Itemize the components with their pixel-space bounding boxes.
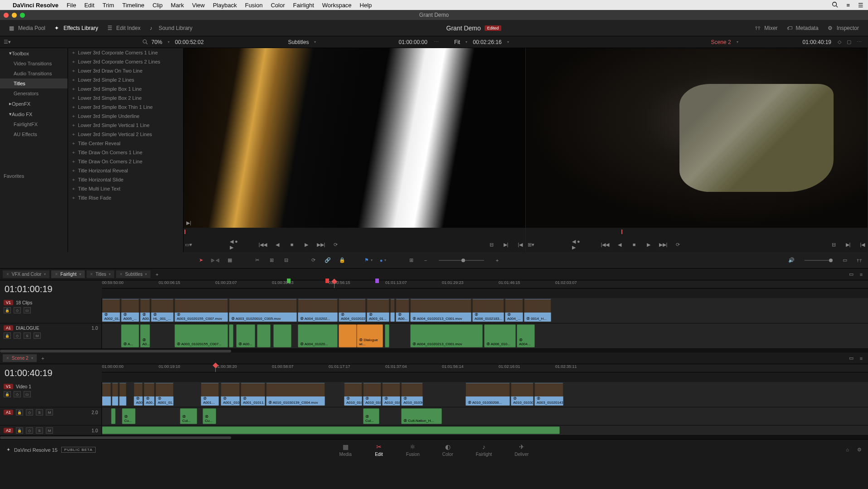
edit-index-button[interactable]: ☰Edit Index (103, 23, 145, 33)
effect-item[interactable]: ✦Lower 3rd Simple Vertical 1 Line (68, 121, 183, 130)
track-lv1-view-icon[interactable]: ▭ (24, 391, 31, 397)
program-play-icon[interactable]: ▶ (644, 240, 654, 249)
source-overwrite-icon[interactable]: ▶| (501, 240, 511, 249)
track-la1-mute-icon[interactable]: M (46, 409, 53, 416)
scrollbar-upper[interactable] (0, 350, 231, 352)
timeline-clip[interactable]: ⦿ 0014_H... (524, 299, 551, 322)
program-prev-edit-icon[interactable]: |◀ (858, 240, 868, 249)
close-window-icon[interactable] (4, 13, 9, 18)
track-la1-solo-icon[interactable]: S (36, 409, 43, 416)
track-la1-lock-icon[interactable]: 🔒 (16, 409, 23, 416)
source-zoom-caret[interactable]: ▾ (166, 40, 171, 44)
source-canvas[interactable]: ▶| (184, 48, 525, 228)
page-fusion[interactable]: ⚛Fusion (406, 443, 420, 457)
sidebar-audio-transitions[interactable]: Audio Transitions (0, 68, 68, 78)
timeline-clip[interactable] (119, 383, 126, 406)
timeline-clip[interactable]: ⦿ Dialogue wi... (357, 324, 383, 347)
single-viewer-icon[interactable]: ▢ (844, 39, 854, 45)
track-lv1-lock-icon[interactable]: 🔒 (4, 391, 11, 397)
effect-item[interactable]: ✦Title Draw On Corners 1 Line (68, 148, 183, 157)
add-tab-lower-icon[interactable]: + (39, 356, 48, 361)
minimize-window-icon[interactable] (12, 13, 17, 18)
search-icon[interactable] (832, 1, 838, 9)
timeline-clip[interactable]: ⦿ A00... (236, 324, 255, 347)
timeline-clip[interactable]: ⦿ Cu... (203, 408, 216, 424)
timeline-clip[interactable]: ⦿ A003_01020155_C007... (175, 324, 228, 347)
tab-titles[interactable]: ×Titles▾ (87, 270, 114, 278)
selection-tool-icon[interactable]: ➤ (197, 256, 205, 264)
menu-playback[interactable]: Playback (213, 2, 237, 9)
track-lock-a1-icon[interactable]: 🔒 (4, 333, 11, 339)
effect-item[interactable]: ✦Title Center Reveal (68, 139, 183, 148)
program-next-edit-icon[interactable]: ▶| (843, 240, 853, 249)
timeline-clip[interactable]: ⦿ A0... (140, 324, 150, 347)
timeline-clip[interactable]: ⦿ A004_01020213_C001.mov (410, 299, 471, 322)
timeline-clip[interactable]: ⦿ A010_01030208... (466, 383, 510, 406)
marker-purple[interactable] (375, 279, 379, 283)
list-view-icon[interactable]: ☰▾ (4, 39, 11, 45)
timeline-clip[interactable] (257, 324, 271, 347)
timeline-clip[interactable]: ⦿ A004_01020... (298, 324, 338, 347)
timeline-clip[interactable]: ⦿ A00... (396, 299, 409, 322)
effects-library-button[interactable]: ✦Effects Library (50, 23, 102, 33)
effect-item[interactable]: ✦Lower 3rd Simple Box Thin 1 Line (68, 103, 183, 112)
timeline-clip[interactable]: ⦿ A001_0101... (221, 383, 240, 406)
menu-fairlight[interactable]: Fairlight (293, 2, 314, 9)
sidebar-video-transitions[interactable]: Video Transitions (0, 59, 68, 68)
timeline-clip[interactable]: ⦿ A004_... (505, 299, 523, 322)
timeline-clip[interactable]: ⦿ A003_01020010_C005.mov (229, 299, 297, 322)
project-settings-icon[interactable]: ⚙ (857, 447, 862, 453)
timeline-clip[interactable]: ⦿ A010_01030Z... (511, 383, 533, 406)
timeline-clip[interactable] (339, 324, 357, 347)
track-upper-a1-lane[interactable]: ⦿ A...⦿ A0...⦿ A003_01020155_C007...⦿ A0… (102, 323, 868, 348)
effect-item[interactable]: ✦Lower 3rd Simple Vertical 2 Lines (68, 130, 183, 139)
volume-icon[interactable]: 🔊 (787, 256, 795, 264)
track-la2-lock-icon[interactable]: 🔒 (16, 427, 23, 434)
program-match-frame-icon[interactable]: ◀ ● ▶ (572, 240, 582, 249)
menu-workspace[interactable]: Workspace (322, 2, 352, 9)
page-media[interactable]: ▦Media (339, 443, 352, 457)
inspector-button[interactable]: ⚙Inspector (823, 23, 863, 33)
sidebar-titles[interactable]: Titles (0, 78, 68, 88)
dynamic-trim-icon[interactable]: ▦ (226, 256, 234, 264)
menu-view[interactable]: View (192, 2, 205, 9)
sidebar-generators[interactable]: Generators (0, 88, 68, 98)
source-options-icon[interactable]: ⋯ (431, 39, 441, 45)
add-tab-upper-icon[interactable]: + (152, 272, 161, 277)
subtitles-dropdown[interactable]: Subtitles (284, 39, 312, 45)
mixer-button[interactable]: ⫯⫯Mixer (751, 23, 782, 33)
track-lower-v1-lane[interactable]: ⦿ A00...⦿ A00...⦿ A001_01...⦿ A001...⦿ A… (102, 382, 868, 407)
menu-trim[interactable]: Trim (102, 2, 114, 9)
source-play-icon[interactable]: ▶ (301, 240, 311, 249)
playhead-upper[interactable] (334, 280, 335, 288)
track-solo-icon[interactable]: S (24, 333, 31, 339)
timeline-clip[interactable] (390, 299, 395, 322)
playhead-lower[interactable] (215, 364, 216, 372)
timeline-clip[interactable]: ⦿ A003_01020155_C007.mov (175, 299, 228, 322)
effect-item[interactable]: ✦Lower 3rd Draw On Two Line (68, 66, 183, 75)
timeline-clip[interactable]: ⦿ A010_010... (344, 383, 362, 406)
timeline-clip[interactable] (112, 383, 118, 406)
timeline-clip[interactable]: ⦿ A002_01... (102, 299, 120, 322)
timeline-clip[interactable]: ⦿ A004_01020213_C001.mov (410, 324, 483, 347)
timeline-clip[interactable] (102, 426, 560, 434)
track-mute-icon[interactable]: M (34, 333, 41, 339)
source-scrubber[interactable] (184, 228, 525, 237)
lock-icon[interactable]: 🔒 (338, 256, 346, 264)
track-la2-solo-icon[interactable]: S (36, 427, 43, 434)
timeline-lower-ruler[interactable]: 01:00:00:0001:00:19:1001:00:38:2001:00:5… (102, 364, 868, 372)
insert-clip-icon[interactable]: ⊞ (267, 256, 276, 264)
page-color[interactable]: ◐Color (442, 443, 453, 457)
timeline-clip[interactable] (111, 408, 116, 424)
timeline-clip[interactable] (385, 324, 389, 347)
menu-fusion[interactable]: Fusion (245, 2, 262, 9)
zoom-in-icon[interactable]: + (493, 256, 501, 264)
timeline-clip[interactable]: ⦿ A... (121, 324, 139, 347)
snapping-icon[interactable]: ⊞ (407, 256, 415, 264)
effect-item[interactable]: ✦Lower 3rd Corporate Corners 2 Lines (68, 57, 183, 66)
source-zoom[interactable]: 70% (148, 39, 166, 45)
menu-file[interactable]: File (67, 2, 76, 9)
home-icon[interactable]: ⌂ (846, 447, 849, 453)
menu-mark[interactable]: Mark (171, 2, 184, 9)
timeline-clip[interactable]: ⦿ A001_01011... (241, 383, 265, 406)
